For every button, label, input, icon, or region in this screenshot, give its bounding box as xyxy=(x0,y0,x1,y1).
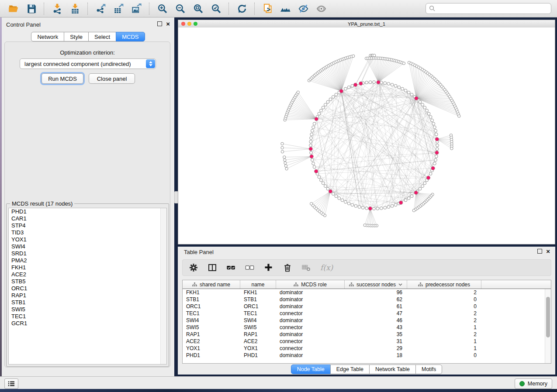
mcds-hub-node[interactable] xyxy=(309,147,312,151)
network-node[interactable] xyxy=(427,112,430,115)
network-node[interactable] xyxy=(310,133,313,136)
cell-mcds_role[interactable]: dominator xyxy=(276,331,345,337)
network-node[interactable] xyxy=(435,155,438,158)
mcds-hub-node[interactable] xyxy=(310,155,313,158)
cell-name[interactable]: FKH1 xyxy=(240,289,276,296)
network-node[interactable] xyxy=(394,203,397,206)
cell-predecessor_nodes[interactable]: 2 xyxy=(407,289,481,296)
mcds-result-item[interactable]: SRD1 xyxy=(9,250,166,257)
network-node[interactable] xyxy=(410,93,413,96)
mcds-hub-node[interactable] xyxy=(315,169,318,173)
import-table-icon[interactable] xyxy=(69,3,81,14)
network-node[interactable] xyxy=(344,87,347,90)
close-table-panel-icon[interactable]: × xyxy=(546,249,550,254)
network-leaf-node[interactable] xyxy=(297,91,299,93)
tab-mcds[interactable]: MCDS xyxy=(116,32,145,41)
network-leaf-node[interactable] xyxy=(281,146,284,149)
table-scrollbar-thumb[interactable] xyxy=(546,297,550,337)
mcds-result-item[interactable]: STP4 xyxy=(9,222,166,229)
cell-name[interactable]: PHD1 xyxy=(240,352,276,358)
network-leaf-node[interactable] xyxy=(363,224,366,227)
mcds-result-item[interactable]: STB5 xyxy=(9,278,166,285)
delete-table-icon[interactable] xyxy=(301,263,311,272)
cell-shared_name[interactable]: ACE2 xyxy=(183,338,240,344)
cell-mcds_role[interactable]: connector xyxy=(276,310,345,316)
export-image-icon[interactable] xyxy=(131,3,142,14)
network-node[interactable] xyxy=(387,206,390,209)
mcds-hub-node[interactable] xyxy=(431,166,435,170)
cell-successor_nodes[interactable]: 43 xyxy=(345,324,407,330)
hide-selected-icon[interactable] xyxy=(298,3,309,14)
cell-successor_nodes[interactable]: 35 xyxy=(345,331,407,337)
network-leaf-node[interactable] xyxy=(281,142,284,145)
float-table-panel-icon[interactable] xyxy=(537,249,542,254)
network-node[interactable] xyxy=(419,187,422,190)
cell-successor_nodes[interactable]: 62 xyxy=(345,296,407,303)
cell-mcds_role[interactable]: dominator xyxy=(276,289,345,296)
network-node[interactable] xyxy=(347,202,350,205)
network-node[interactable] xyxy=(435,133,438,136)
network-node[interactable] xyxy=(310,137,313,140)
table-row[interactable]: SWI4SWI4dominator462 xyxy=(183,317,551,324)
network-node[interactable] xyxy=(341,199,344,202)
network-leaf-node[interactable] xyxy=(458,115,460,117)
network-node[interactable] xyxy=(326,187,329,190)
network-node[interactable] xyxy=(391,205,394,208)
network-node[interactable] xyxy=(436,144,439,147)
tab-network[interactable]: Network xyxy=(31,32,64,41)
network-node[interactable] xyxy=(410,195,413,198)
mcds-hub-node[interactable] xyxy=(435,151,439,155)
split-view-icon[interactable] xyxy=(208,263,217,272)
network-node[interactable] xyxy=(373,81,376,84)
mcds-hub-node[interactable] xyxy=(377,80,380,84)
cell-shared_name[interactable]: STB1 xyxy=(183,296,240,303)
table-settings-icon[interactable] xyxy=(189,263,198,272)
cell-name[interactable]: YOX1 xyxy=(240,345,276,351)
cell-shared_name[interactable]: PHD1 xyxy=(183,352,240,358)
network-node[interactable] xyxy=(329,98,332,101)
cell-successor_nodes[interactable]: 47 xyxy=(345,310,407,316)
network-leaf-node[interactable] xyxy=(402,62,405,65)
network-node[interactable] xyxy=(309,144,312,147)
network-node[interactable] xyxy=(436,148,439,151)
network-node[interactable] xyxy=(423,106,426,109)
network-node[interactable] xyxy=(313,165,316,168)
network-node[interactable] xyxy=(322,182,325,185)
cell-successor_nodes[interactable]: 18 xyxy=(345,352,407,358)
mcds-result-list[interactable]: PHD1CAR1STP4TID3YOX1SWI4SRD1PMA2FKH1ACE2… xyxy=(8,208,167,364)
network-node[interactable] xyxy=(387,83,390,86)
network-node[interactable] xyxy=(332,193,335,196)
zoom-selected-icon[interactable] xyxy=(210,3,222,14)
network-node[interactable] xyxy=(433,162,436,165)
network-node[interactable] xyxy=(398,86,401,89)
mcds-hub-node[interactable] xyxy=(359,82,363,85)
network-node[interactable] xyxy=(351,203,354,206)
network-leaf-node[interactable] xyxy=(412,209,415,212)
network-node[interactable] xyxy=(347,86,350,89)
network-node[interactable] xyxy=(391,83,394,86)
table-row[interactable]: FKH1FKH1dominator962 xyxy=(183,289,551,296)
network-node[interactable] xyxy=(384,206,387,209)
mcds-result-item[interactable]: ACE2 xyxy=(9,271,166,278)
import-network-icon[interactable] xyxy=(51,3,63,14)
search-input[interactable] xyxy=(438,5,551,12)
tab-network-table[interactable]: Network Table xyxy=(369,364,416,374)
network-node[interactable] xyxy=(421,185,424,188)
network-node[interactable] xyxy=(407,197,410,200)
cell-successor_nodes[interactable]: 29 xyxy=(345,345,407,351)
network-node[interactable] xyxy=(344,200,347,203)
open-session-icon[interactable] xyxy=(7,3,19,14)
column-header-shared-name[interactable]: shared name xyxy=(183,280,240,289)
network-node[interactable] xyxy=(322,106,325,109)
table-row[interactable]: TEC1TEC1connector472 xyxy=(183,310,551,317)
network-canvas[interactable] xyxy=(178,28,555,244)
network-node[interactable] xyxy=(365,81,368,84)
cell-predecessor_nodes[interactable]: 2 xyxy=(407,331,481,337)
cell-successor_nodes[interactable]: 96 xyxy=(345,289,407,296)
mcds-hub-node[interactable] xyxy=(414,191,418,194)
new-network-from-selection-icon[interactable] xyxy=(262,3,273,14)
cell-shared_name[interactable]: FKH1 xyxy=(183,289,240,296)
network-node[interactable] xyxy=(351,84,354,87)
mcds-result-item[interactable]: ORC1 xyxy=(9,285,166,292)
network-leaf-node[interactable] xyxy=(373,54,376,57)
